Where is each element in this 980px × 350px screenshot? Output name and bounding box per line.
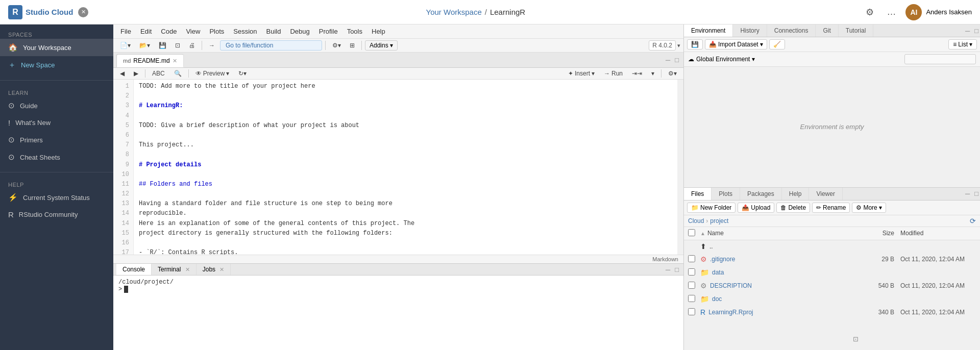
addins-btn[interactable]: Addins ▾ (365, 40, 398, 51)
source-run-btn[interactable]: ⇥⇥ (628, 69, 646, 78)
env-tab-bar: Environment History Connections Git Tuto… (684, 24, 980, 37)
forward-btn[interactable]: ▶ (130, 69, 142, 78)
maximize-env-icon[interactable]: □ (973, 27, 980, 35)
refresh-btn[interactable]: ↻▾ (235, 69, 250, 78)
menu-debug[interactable]: Debug (286, 26, 313, 37)
minimize-files-icon[interactable]: ─ (964, 190, 971, 197)
files-tab-viewer[interactable]: Viewer (809, 188, 842, 200)
console-tab-console[interactable]: Console (116, 264, 152, 275)
env-tab-history[interactable]: History (733, 24, 767, 37)
row-check[interactable] (688, 308, 700, 317)
clear-env-btn[interactable]: 🧹 (769, 39, 785, 49)
maximize-files-icon[interactable]: □ (973, 190, 980, 197)
close-icon[interactable]: ✕ (78, 7, 88, 17)
file-name-doc[interactable]: 📁 doc (700, 295, 853, 303)
minimize-console-icon[interactable]: ─ (664, 266, 672, 273)
files-breadcrumb-cloud[interactable]: Cloud (688, 217, 704, 224)
table-row: ⚙ DESCRIPTION 540 B Oct 11, 2020, 12:04 … (684, 280, 980, 293)
files-tab-packages[interactable]: Packages (740, 188, 782, 200)
menu-code[interactable]: Code (157, 26, 181, 37)
menu-build[interactable]: Build (262, 26, 285, 37)
vertical-scrollbar[interactable] (677, 80, 683, 255)
breadcrumb-workspace[interactable]: Your Workspace (426, 8, 482, 16)
env-tab-git[interactable]: Git (816, 24, 838, 37)
sidebar-item-community[interactable]: R RStudio Community (0, 206, 113, 223)
code-content[interactable]: TODO: Add more to the title of your proj… (134, 80, 677, 255)
terminal-tab-close-icon[interactable]: ✕ (185, 266, 190, 272)
rename-btn[interactable]: ✏ Rename (812, 203, 850, 213)
console-tab-jobs[interactable]: Jobs ✕ (197, 264, 231, 275)
header-checkbox[interactable] (688, 229, 695, 236)
sidebar-item-workspace[interactable]: 🏠 Your Workspace (0, 39, 113, 56)
sidebar-item-guide[interactable]: ⊙ Guide (0, 97, 113, 114)
files-tab-files[interactable]: Files (684, 188, 712, 200)
format-btn[interactable]: ABC (149, 69, 168, 78)
new-folder-btn[interactable]: 📁 New Folder (687, 203, 736, 213)
sidebar-item-primers[interactable]: ⊙ Primers (0, 131, 113, 148)
menu-tools[interactable]: Tools (343, 26, 366, 37)
menu-file[interactable]: File (116, 26, 135, 37)
render-btn[interactable]: ⚙▾ (665, 69, 680, 78)
file-name-up[interactable]: ⬆ .. (700, 242, 853, 251)
menu-plots[interactable]: Plots (205, 26, 228, 37)
list-view-btn[interactable]: ≡ List ▾ (948, 39, 977, 49)
files-breadcrumb-project[interactable]: project (710, 217, 728, 224)
row-check[interactable] (688, 268, 700, 277)
import-dataset-btn[interactable]: 📥 Import Dataset ▾ (705, 39, 767, 49)
save-btn[interactable]: 💾 (155, 40, 170, 51)
more-options-icon[interactable]: … (884, 5, 898, 19)
settings-icon[interactable]: ⚙ (863, 5, 877, 19)
save-env-btn[interactable]: 💾 (687, 39, 703, 49)
files-tab-plots[interactable]: Plots (712, 188, 740, 200)
minimize-editor-icon[interactable]: ─ (664, 56, 672, 64)
file-name-data[interactable]: 📁 data (700, 268, 853, 277)
header-name[interactable]: ▲ Name (700, 230, 853, 237)
menu-edit[interactable]: Edit (136, 26, 156, 37)
files-tab-help[interactable]: Help (782, 188, 810, 200)
menu-profile[interactable]: Profile (315, 26, 342, 37)
row-check[interactable] (688, 295, 700, 304)
sidebar-item-cheat-sheets[interactable]: ⊙ Cheat Sheets (0, 148, 113, 166)
preview-btn[interactable]: 👁 Preview ▾ (192, 69, 233, 78)
more-btn[interactable]: ⚙ More ▾ (852, 203, 886, 213)
run-btn[interactable]: → Run (600, 69, 626, 78)
delete-btn[interactable]: 🗑 Delete (776, 203, 810, 213)
new-file-btn[interactable]: 📄▾ (116, 40, 134, 51)
find-btn[interactable]: 🔍 (170, 69, 185, 78)
maximize-editor-icon[interactable]: □ (673, 56, 680, 64)
jobs-tab-close-icon[interactable]: ✕ (219, 266, 224, 272)
sync-icon[interactable]: ⟳ (970, 217, 976, 225)
sidebar-item-new-space[interactable]: ＋ New Space (0, 56, 113, 74)
open-file-btn[interactable]: 📂▾ (136, 40, 154, 51)
word-wrap-btn[interactable]: ⊞ (346, 40, 358, 51)
save-all-btn[interactable]: ⊡ (172, 40, 184, 51)
row-check[interactable] (688, 255, 700, 264)
source-options-btn[interactable]: ▾ (648, 69, 658, 78)
menu-session[interactable]: Session (229, 26, 261, 37)
row-check[interactable] (688, 282, 700, 290)
menu-help[interactable]: Help (368, 26, 389, 37)
back-btn[interactable]: ◀ (116, 69, 128, 78)
env-tab-environment[interactable]: Environment (684, 24, 733, 37)
print-btn[interactable]: 🖨 (185, 40, 199, 51)
upload-btn[interactable]: 📤 Upload (738, 203, 774, 213)
sidebar-item-system-status[interactable]: ⚡ Current System Status (0, 189, 113, 206)
sidebar-item-whats-new[interactable]: ! What's New (0, 114, 113, 131)
tab-close-icon[interactable]: ✕ (173, 58, 177, 64)
file-name-gitignore[interactable]: ⚙ .gitignore (700, 255, 853, 263)
file-name-rproj[interactable]: R LearningR.Rproj (700, 308, 853, 316)
maximize-console-icon[interactable]: □ (673, 266, 680, 273)
code-tools-btn[interactable]: ⚙▾ (329, 40, 345, 51)
go-to-file-input[interactable]: Go to file/function (220, 40, 322, 51)
console-content[interactable]: /cloud/project/ > (113, 276, 683, 350)
editor-tab-readme[interactable]: md README.md ✕ (116, 54, 184, 67)
minimize-env-icon[interactable]: ─ (964, 27, 971, 35)
console-tab-terminal[interactable]: Terminal ✕ (152, 264, 197, 275)
insert-btn[interactable]: ✦ Insert ▾ (565, 69, 598, 78)
source-btn[interactable]: → (205, 40, 218, 51)
menu-view[interactable]: View (182, 26, 204, 37)
env-tab-connections[interactable]: Connections (767, 24, 816, 37)
env-search-input[interactable] (904, 54, 976, 64)
env-tab-tutorial[interactable]: Tutorial (839, 24, 874, 37)
file-name-desc[interactable]: ⚙ DESCRIPTION (700, 282, 853, 290)
